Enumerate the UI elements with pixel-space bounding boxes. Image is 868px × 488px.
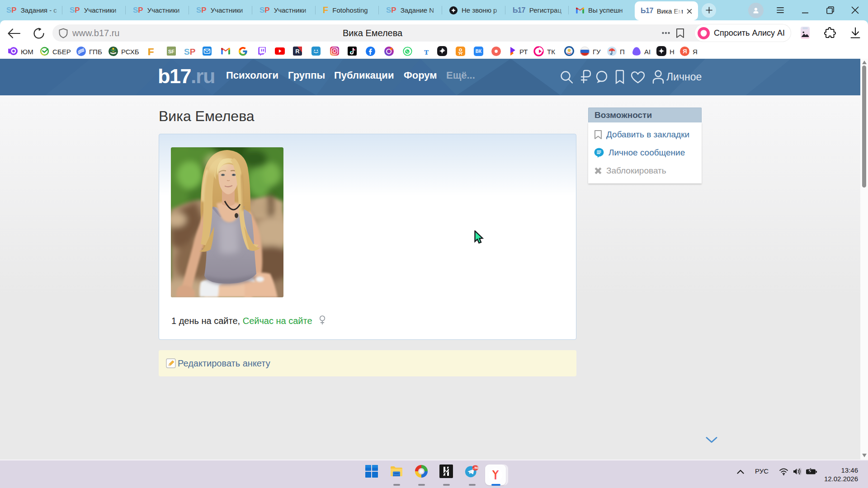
svg-text:SF: SF (168, 49, 175, 54)
svg-text:ВК: ВК (476, 49, 482, 54)
svg-text:Личное: Личное (666, 71, 702, 83)
svg-text:Я: Я (683, 48, 687, 55)
svg-text:R: R (295, 48, 300, 55)
svg-text:..50: ..50 (472, 466, 478, 470)
